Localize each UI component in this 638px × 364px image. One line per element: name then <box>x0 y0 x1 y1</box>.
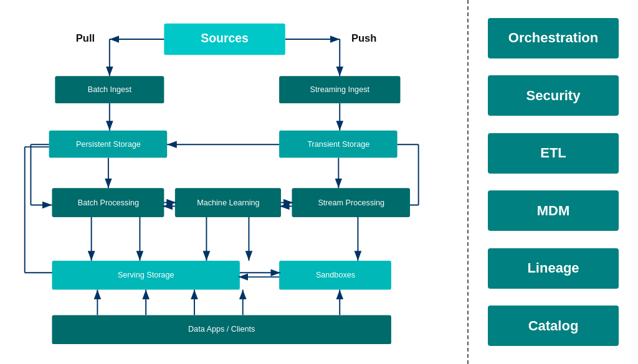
sidebar-item-security[interactable]: Security <box>488 75 619 116</box>
sidebar-item-orchestration[interactable]: Orchestration <box>488 18 619 58</box>
sandboxes-label: Sandboxes <box>316 271 355 279</box>
machine-learning-label: Machine Learning <box>197 198 259 207</box>
stream-processing-label: Stream Processing <box>318 198 384 207</box>
push-label: Push <box>351 32 376 44</box>
streaming-ingest-label: Streaming Ingest <box>310 85 370 94</box>
diagram-area: Sources Pull Push Batch Ingest Streaming… <box>0 0 467 364</box>
sidebar-item-lineage[interactable]: Lineage <box>488 248 619 289</box>
sidebar: Orchestration Security ETL MDM Lineage C… <box>467 0 638 364</box>
sidebar-item-catalog[interactable]: Catalog <box>488 306 619 346</box>
persistent-storage-label: Persistent Storage <box>76 140 141 149</box>
data-apps-label: Data Apps / Clients <box>188 325 255 334</box>
batch-processing-label: Batch Processing <box>78 198 139 207</box>
sources-label: Sources <box>201 31 249 45</box>
transient-storage-label: Transient Storage <box>307 140 369 149</box>
pull-label: Pull <box>76 32 95 44</box>
sidebar-item-etl[interactable]: ETL <box>488 133 619 174</box>
batch-ingest-label: Batch Ingest <box>88 85 132 94</box>
serving-storage-label: Serving Storage <box>118 271 174 279</box>
sidebar-item-mdm[interactable]: MDM <box>488 190 619 231</box>
architecture-diagram: Sources Pull Push Batch Ingest Streaming… <box>19 12 455 352</box>
